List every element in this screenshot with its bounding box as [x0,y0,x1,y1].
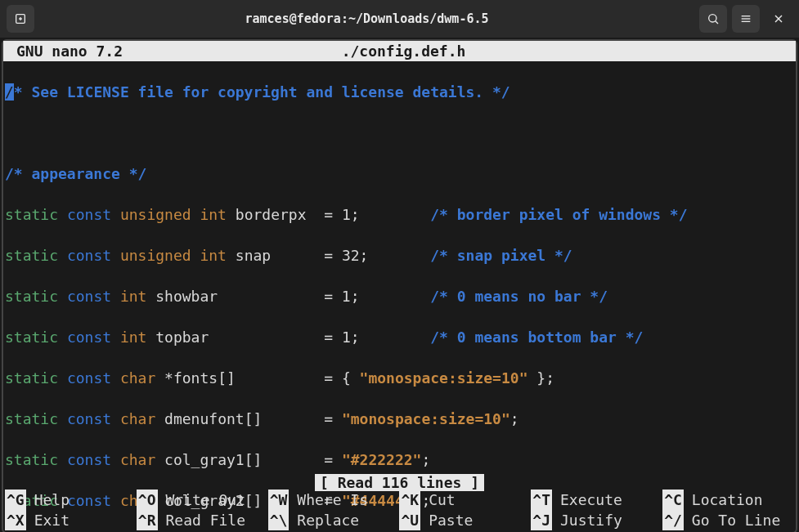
terminal-window[interactable]: GNU nano 7.2 ./config.def.h /* See LICEN… [2,39,797,532]
code-line: static const char dmenufont[] = "monospa… [5,409,794,429]
nano-titlebar: GNU nano 7.2 ./config.def.h [3,41,796,61]
code-line: /* See LICENSE file for copyright and li… [5,82,794,102]
shortcut-justify[interactable]: ^JJustify [531,510,662,530]
nano-filename: ./config.def.h [123,42,783,60]
code-line [5,123,794,143]
code-line: static const unsigned int snap = 32; /* … [5,245,794,266]
code-line: static const char col_gray1[] = "#222222… [5,449,794,470]
code-line: /* appearance */ [5,163,794,184]
shortcut-paste[interactable]: ^UPaste [399,510,531,530]
code-editor[interactable]: /* See LICENSE file for copyright and li… [3,61,796,532]
shortcut-write-out[interactable]: ^OWrite Out [137,490,268,510]
code-line: static const char *fonts[] = { "monospac… [5,368,794,388]
shortcut-replace[interactable]: ^\Replace [268,510,400,530]
window-title: ramces@fedora:~/Downloads/dwm-6.5 [41,11,693,26]
shortcut-read-file[interactable]: ^RRead File [137,510,268,530]
shortcut-goto-line[interactable]: ^/Go To Line [662,510,794,530]
hamburger-menu-button[interactable] [732,5,760,33]
window-titlebar: ramces@fedora:~/Downloads/dwm-6.5 [0,0,799,38]
nano-app-name: GNU nano 7.2 [16,42,123,60]
shortcut-exit[interactable]: ^XExit [5,510,137,530]
code-line: static const int showbar = 1; /* 0 means… [5,286,794,306]
svg-point-3 [709,15,716,22]
nano-status-line: [ Read 116 lines ] [3,474,796,491]
code-line: static const unsigned int borderpx = 1; … [5,204,794,225]
shortcut-help[interactable]: ^GHelp [5,490,137,510]
svg-line-4 [716,21,718,24]
search-button[interactable] [699,5,727,33]
nano-status-text: [ Read 116 lines ] [315,474,484,491]
close-button[interactable] [765,5,792,33]
nano-shortcuts: ^GHelp ^OWrite Out ^WWhere Is ^KCut ^TEx… [3,490,796,532]
shortcut-execute[interactable]: ^TExecute [531,490,662,510]
code-line: static const int topbar = 1; /* 0 means … [5,327,794,347]
new-tab-button[interactable] [7,5,34,33]
shortcut-where-is[interactable]: ^WWhere Is [268,490,400,510]
shortcut-location[interactable]: ^CLocation [662,490,794,510]
shortcut-cut[interactable]: ^KCut [399,490,531,510]
